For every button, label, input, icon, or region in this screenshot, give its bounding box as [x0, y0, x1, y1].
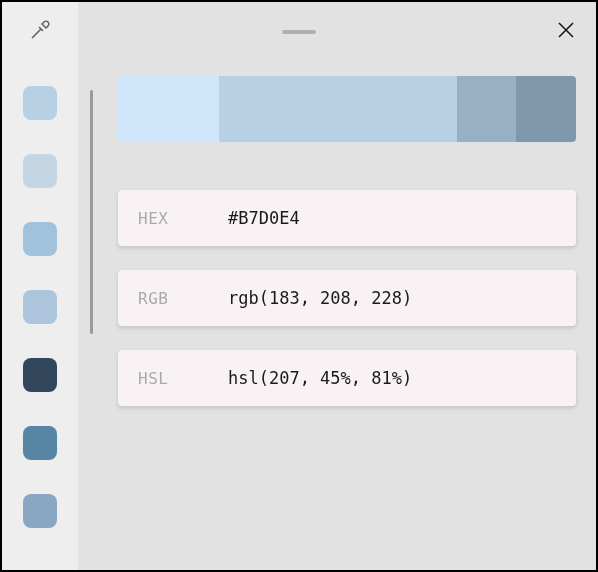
hsl-label: HSL: [138, 369, 228, 388]
swatch-0[interactable]: [23, 86, 57, 120]
drag-handle[interactable]: [282, 30, 316, 34]
shade-spectrum[interactable]: [118, 76, 576, 142]
titlebar: [2, 2, 596, 62]
swatch-2[interactable]: [23, 222, 57, 256]
swatch-4[interactable]: [23, 358, 57, 392]
shade-1[interactable]: [219, 76, 457, 142]
hex-label: HEX: [138, 209, 228, 228]
hsl-row[interactable]: HSL hsl(207, 45%, 81%): [118, 350, 576, 406]
rgb-label: RGB: [138, 289, 228, 308]
scroll-indicator[interactable]: [90, 90, 93, 334]
eyedropper-tool[interactable]: [2, 2, 78, 62]
shade-2[interactable]: [457, 76, 517, 142]
swatch-5[interactable]: [23, 426, 57, 460]
shade-3[interactable]: [516, 76, 576, 142]
swatch-1[interactable]: [23, 154, 57, 188]
eyedropper-icon: [28, 18, 52, 46]
rgb-row[interactable]: RGB rgb(183, 208, 228): [118, 270, 576, 326]
hex-row[interactable]: HEX #B7D0E4: [118, 190, 576, 246]
hsl-value: hsl(207, 45%, 81%): [228, 368, 412, 388]
swatch-3[interactable]: [23, 290, 57, 324]
close-button[interactable]: [554, 20, 578, 44]
swatch-6[interactable]: [23, 494, 57, 528]
hex-value: #B7D0E4: [228, 208, 300, 228]
rgb-value: rgb(183, 208, 228): [228, 288, 412, 308]
swatch-sidebar: [2, 62, 78, 570]
close-icon: [557, 21, 575, 43]
shade-0[interactable]: [118, 76, 219, 142]
main-panel: HEX #B7D0E4 RGB rgb(183, 208, 228) HSL h…: [78, 62, 596, 570]
